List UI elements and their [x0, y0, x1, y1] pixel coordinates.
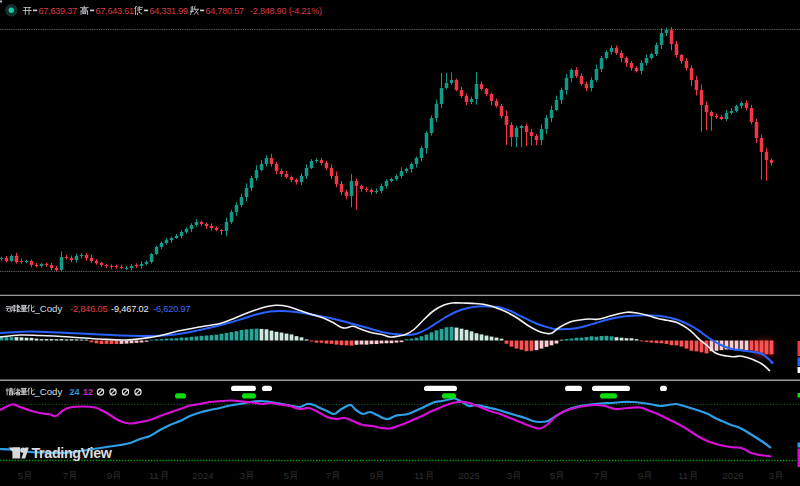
svg-text:3: 3	[507, 470, 512, 481]
svg-text:5: 5	[18, 470, 23, 481]
svg-text:2025: 2025	[458, 470, 479, 481]
svg-text:11: 11	[414, 470, 424, 481]
svg-text:64,780.57: 64,780.57	[206, 6, 245, 16]
svg-text:_Cody: _Cody	[34, 303, 63, 314]
svg-text:67,639.37: 67,639.37	[39, 6, 78, 16]
svg-text:24: 24	[70, 387, 80, 397]
svg-text:11: 11	[149, 470, 159, 481]
svg-text:12: 12	[83, 387, 93, 397]
svg-text:2026: 2026	[722, 470, 743, 481]
svg-text:-2,848.90 (-4.21%): -2,848.90 (-4.21%)	[250, 6, 322, 16]
svg-text:TradingView: TradingView	[32, 445, 113, 461]
svg-text:-9,467.02: -9,467.02	[111, 304, 149, 314]
svg-text:5: 5	[284, 470, 289, 481]
svg-text:7: 7	[594, 470, 599, 481]
svg-text:7: 7	[63, 470, 68, 481]
svg-text:_Cody: _Cody	[34, 386, 63, 397]
svg-text:9: 9	[638, 470, 643, 481]
svg-text:3: 3	[769, 470, 774, 481]
svg-text:67,643.61: 67,643.61	[96, 6, 135, 16]
svg-text:2024: 2024	[192, 470, 214, 481]
svg-text:11: 11	[678, 470, 688, 481]
svg-text:9: 9	[107, 470, 112, 481]
svg-text:3: 3	[240, 470, 245, 481]
svg-text:-2,846.05: -2,846.05	[70, 304, 108, 314]
svg-text:5: 5	[550, 470, 555, 481]
svg-text:64,331.99: 64,331.99	[150, 6, 189, 16]
svg-text:9: 9	[370, 470, 375, 481]
svg-text:7: 7	[326, 470, 331, 481]
svg-text:-6,620.97: -6,620.97	[153, 304, 191, 314]
